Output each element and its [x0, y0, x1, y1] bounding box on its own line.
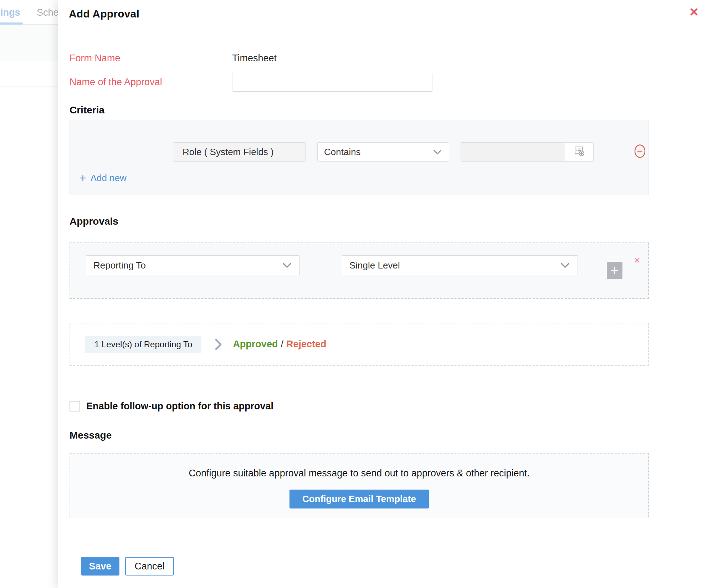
value-picker-button[interactable] — [565, 143, 593, 161]
chevron-down-icon — [433, 149, 442, 155]
chevron-down-icon — [282, 262, 292, 268]
message-description: Configure suitable approval message to s… — [70, 468, 648, 479]
plus-icon: + — [611, 264, 619, 277]
add-new-criteria-link[interactable]: + Add new — [79, 172, 127, 184]
criteria-heading: Criteria — [70, 104, 649, 116]
approval-name-input[interactable] — [232, 73, 432, 92]
modal-footer: Save Cancel — [70, 547, 649, 576]
background-tabbar: tings Sche — [0, 7, 58, 24]
minus-circle-icon — [634, 143, 646, 160]
background-panel — [0, 25, 58, 61]
form-name-label: Form Name — [70, 53, 232, 64]
criteria-value-field[interactable] — [461, 143, 565, 161]
followup-row: Enable follow-up option for this approva… — [70, 400, 649, 412]
approvals-panel: Reporting To Single Level + ✕ — [70, 242, 649, 299]
criteria-operator-dropdown[interactable]: Contains — [317, 142, 449, 162]
enable-followup-checkbox[interactable] — [70, 401, 80, 411]
modal-body: Form Name Timesheet Name of the Approval… — [58, 52, 713, 576]
tab-settings-partial[interactable]: tings — [0, 7, 20, 18]
add-approver-button[interactable]: + — [607, 262, 622, 279]
flow-level-label: 1 Level(s) of Reporting To — [94, 339, 192, 349]
background-row-divider — [0, 112, 58, 112]
form-name-row: Form Name Timesheet — [70, 52, 649, 64]
close-icon[interactable]: ✕ — [689, 6, 699, 18]
approver-dropdown-value: Reporting To — [93, 260, 146, 271]
list-add-icon — [573, 145, 585, 159]
criteria-field-box[interactable]: Role ( System Fields ) — [173, 142, 306, 162]
approval-name-row: Name of the Approval — [70, 73, 649, 92]
add-approval-modal: Add Approval ✕ Form Name Timesheet Name … — [58, 0, 713, 588]
approval-level-dropdown[interactable]: Single Level — [342, 255, 578, 275]
result-separator: / — [278, 339, 286, 349]
save-button[interactable]: Save — [81, 557, 119, 576]
remove-approver-icon[interactable]: ✕ — [634, 256, 640, 265]
remove-criteria-button[interactable] — [634, 143, 646, 160]
criteria-row: Role ( System Fields ) Contains — [173, 142, 648, 162]
criteria-panel: Role ( System Fields ) Contains — [70, 120, 649, 195]
flow-level-badge: 1 Level(s) of Reporting To — [85, 336, 201, 353]
enable-followup-label: Enable follow-up option for this approva… — [86, 401, 273, 412]
configure-email-template-button[interactable]: Configure Email Template — [289, 490, 429, 508]
message-panel: Configure suitable approval message to s… — [70, 453, 649, 517]
chevron-down-icon — [560, 262, 570, 268]
form-name-value: Timesheet — [232, 53, 277, 64]
screen: tings Sche Add Approval ✕ Form Name Time… — [0, 0, 713, 588]
modal-title: Add Approval — [69, 8, 139, 20]
approved-label: Approved — [233, 339, 278, 349]
add-new-label: Add new — [91, 173, 127, 184]
modal-header: Add Approval ✕ — [58, 0, 713, 34]
chevron-right-icon — [215, 339, 222, 350]
rejected-label: Rejected — [286, 339, 327, 349]
approval-level-value: Single Level — [349, 260, 400, 271]
flow-result: Approved/Rejected — [233, 339, 326, 350]
criteria-field-label: Role ( System Fields ) — [183, 147, 274, 158]
message-heading: Message — [70, 430, 649, 441]
approver-dropdown[interactable]: Reporting To — [86, 255, 300, 275]
cancel-button[interactable]: Cancel — [125, 557, 174, 576]
background-row-divider — [0, 86, 58, 87]
plus-icon: + — [79, 172, 86, 184]
approval-flow-panel: 1 Level(s) of Reporting To Approved/Reje… — [70, 323, 649, 366]
background-row-divider — [0, 137, 58, 137]
approvals-heading: Approvals — [70, 216, 649, 227]
approval-name-label: Name of the Approval — [70, 77, 232, 88]
criteria-value-input[interactable] — [461, 142, 594, 162]
criteria-operator-label: Contains — [324, 147, 361, 158]
tab-schedule-partial[interactable]: Sche — [37, 7, 59, 18]
